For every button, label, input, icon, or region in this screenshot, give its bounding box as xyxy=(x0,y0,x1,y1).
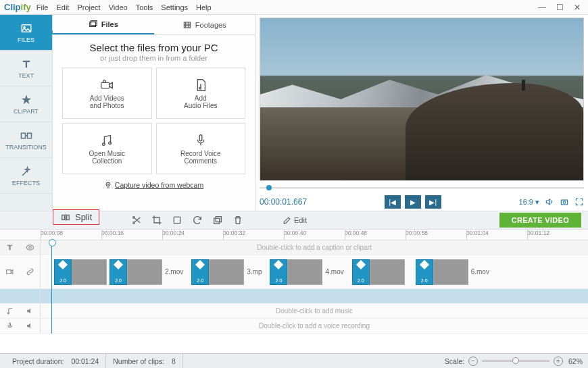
clip-4[interactable]: 2.0 xyxy=(270,259,322,285)
playhead[interactable] xyxy=(51,240,52,334)
sidebar-item-files[interactable]: FILES xyxy=(0,15,52,51)
visibility-icon[interactable] xyxy=(26,243,34,252)
sidebar-item-clipart[interactable]: CLIPART xyxy=(0,86,52,122)
close-icon[interactable]: ✕ xyxy=(570,3,584,12)
star-icon xyxy=(20,94,32,106)
svg-point-24 xyxy=(29,246,31,248)
tab-files[interactable]: Files xyxy=(53,15,154,34)
svg-point-10 xyxy=(103,142,105,145)
svg-rect-18 xyxy=(67,215,70,219)
sidebar-label-files: FILES xyxy=(18,36,34,43)
timeline-toolbar: Split Edit CREATE VIDEO xyxy=(0,211,588,230)
add-audio-button[interactable]: AddAudio Files xyxy=(156,68,246,119)
menu-help[interactable]: Help xyxy=(196,3,212,11)
preview-pane: 00:00:01.667 |◀ ▶ ▶| 16:9 ▾ xyxy=(255,15,588,211)
sidebar-label-clipart: CLIPART xyxy=(14,108,39,115)
duplicate-icon[interactable] xyxy=(212,215,223,226)
images-icon xyxy=(89,20,98,29)
edit-button[interactable]: Edit xyxy=(283,216,307,225)
music-track-icon xyxy=(5,307,14,315)
tab-footages[interactable]: Footages xyxy=(154,15,255,34)
fullscreen-icon[interactable] xyxy=(574,197,584,207)
voice-track[interactable]: Double-click to add a voice recording xyxy=(0,319,588,334)
sidebar-item-transitions[interactable]: TRANSITIONS xyxy=(0,122,52,158)
split-button[interactable]: Split xyxy=(53,209,99,225)
music-collection-button[interactable]: Open MusicCollection xyxy=(62,123,152,174)
menu-file[interactable]: File xyxy=(36,3,49,11)
music-track[interactable]: Double-click to add music xyxy=(0,304,588,319)
menu-edit[interactable]: Edit xyxy=(56,3,69,11)
edit-icon xyxy=(283,216,291,225)
snapshot-icon[interactable] xyxy=(560,197,569,207)
menu-video[interactable]: Video xyxy=(109,3,128,11)
menu-bar: File Edit Project Video Tools Settings H… xyxy=(36,3,212,11)
mute-icon[interactable] xyxy=(26,307,34,315)
microphone-icon xyxy=(193,133,208,148)
menu-project[interactable]: Project xyxy=(77,3,100,11)
voice-placeholder: Double-click to add a voice recording xyxy=(41,322,588,330)
zoom-slider[interactable] xyxy=(482,360,549,362)
timeline-ruler[interactable]: 00:00:0800:00:1600:00:2400:00:3200:00:40… xyxy=(0,230,588,240)
record-voice-button[interactable]: Record VoiceComments xyxy=(156,123,246,174)
seek-bar[interactable] xyxy=(260,182,584,193)
create-video-button[interactable]: CREATE VIDEO xyxy=(499,213,581,228)
sidebar-item-text[interactable]: TEXT xyxy=(0,51,52,86)
sidebar-label-effects: EFFECTS xyxy=(12,180,40,186)
svg-point-8 xyxy=(103,80,106,82)
sidebar-item-effects[interactable]: EFFECTS xyxy=(0,158,52,194)
capture-webcam-link[interactable]: Capture video from webcam xyxy=(104,181,203,189)
next-button[interactable]: ▶| xyxy=(425,195,441,209)
cut-icon[interactable] xyxy=(131,215,142,226)
video-track-icon xyxy=(5,267,14,276)
seek-knob[interactable] xyxy=(266,185,272,190)
svg-rect-2 xyxy=(21,133,25,138)
panel-subheading: or just drop them in from a folder xyxy=(100,54,207,62)
files-panel: Files Footages Select the files from you… xyxy=(53,15,255,211)
sidebar: FILES TEXT CLIPART TRANSITIONS EFFECTS xyxy=(0,15,53,211)
clip-3[interactable]: 2.0 xyxy=(191,259,244,285)
svg-point-11 xyxy=(109,141,112,144)
menu-tools[interactable]: Tools xyxy=(136,3,153,11)
timeline: Double-click to add a caption or clipart… xyxy=(0,240,588,334)
clip-6[interactable]: 2.0 xyxy=(416,259,468,285)
prev-button[interactable]: |◀ xyxy=(385,195,401,209)
video-preview[interactable] xyxy=(260,18,584,181)
video-track[interactable]: 2.0 2.02.mov 2.03.mp 2.04.mov 2.0 2.06.m… xyxy=(0,255,588,289)
mute-voice-icon[interactable] xyxy=(26,321,34,330)
zoom-out-button[interactable]: − xyxy=(468,357,478,366)
undo-icon[interactable] xyxy=(172,215,182,226)
aspect-dropdown[interactable]: 16:9 ▾ xyxy=(519,198,539,207)
svg-rect-6 xyxy=(184,22,190,27)
title-bar: Clipify File Edit Project Video Tools Se… xyxy=(0,0,588,15)
zoom-in-button[interactable]: + xyxy=(554,357,563,366)
film-icon xyxy=(182,20,192,30)
maximize-icon[interactable]: ☐ xyxy=(553,3,566,12)
text-icon xyxy=(20,58,32,70)
sidebar-label-text: TEXT xyxy=(18,72,34,79)
add-videos-button[interactable]: Add Videosand Photos xyxy=(62,68,152,119)
clip-1[interactable]: 2.0 xyxy=(54,259,107,285)
transitions-icon xyxy=(20,130,32,142)
svg-rect-17 xyxy=(62,215,65,219)
svg-rect-3 xyxy=(27,133,31,138)
svg-point-14 xyxy=(107,184,109,185)
play-button[interactable]: ▶ xyxy=(405,195,421,209)
clip-audio-track[interactable] xyxy=(0,289,588,304)
link-icon[interactable] xyxy=(26,267,34,276)
clip-5[interactable]: 2.0 xyxy=(352,259,405,285)
caption-track[interactable]: Double-click to add a caption or clipart xyxy=(0,240,588,255)
clip-2[interactable]: 2.0 xyxy=(109,259,162,285)
crop-icon[interactable] xyxy=(151,215,162,226)
svg-rect-12 xyxy=(199,134,202,140)
image-icon xyxy=(20,22,32,34)
menu-settings[interactable]: Settings xyxy=(161,3,188,11)
rotate-icon[interactable] xyxy=(192,215,203,226)
speaker-icon[interactable] xyxy=(545,197,554,207)
svg-rect-21 xyxy=(174,217,180,223)
delete-icon[interactable] xyxy=(232,215,243,226)
audio-file-icon xyxy=(193,78,208,93)
project-duration: Project duration: 00:01:24 xyxy=(5,354,106,368)
split-icon xyxy=(60,213,71,222)
svg-rect-15 xyxy=(561,200,567,205)
minimize-icon[interactable]: — xyxy=(535,3,549,12)
